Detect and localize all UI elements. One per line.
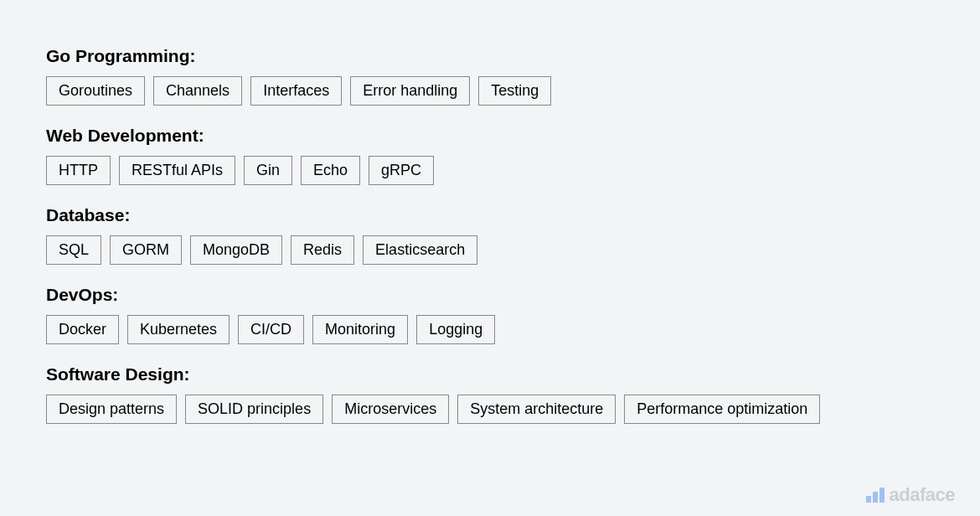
tags-container: SQLGORMMongoDBRedisElasticsearch: [46, 235, 934, 265]
skill-tag: Gin: [244, 156, 292, 185]
category: Database:SQLGORMMongoDBRedisElasticsearc…: [46, 205, 934, 265]
tags-container: HTTPRESTful APIsGinEchogRPC: [46, 156, 934, 185]
skill-tag: gRPC: [369, 156, 434, 185]
tags-container: GoroutinesChannelsInterfacesError handli…: [46, 76, 934, 106]
skill-tag: Testing: [478, 76, 551, 106]
skill-tag: CI/CD: [238, 315, 304, 344]
watermark-logo-icon: [866, 488, 885, 503]
skill-tag: Error handling: [350, 76, 470, 106]
skill-tag: SQL: [46, 235, 101, 265]
category-title: DevOps:: [46, 285, 934, 305]
skill-tag: Kubernetes: [127, 315, 230, 344]
watermark-text: adaface: [890, 484, 955, 506]
skill-tag: Interfaces: [250, 76, 342, 106]
tags-container: Design patternsSOLID principlesMicroserv…: [46, 395, 934, 424]
skill-tag: System architecture: [457, 395, 616, 424]
category: DevOps:DockerKubernetesCI/CDMonitoringLo…: [46, 285, 934, 344]
skill-tag: SOLID principles: [185, 395, 323, 424]
category: Web Development:HTTPRESTful APIsGinEchog…: [46, 126, 934, 185]
skill-tag: GORM: [110, 235, 182, 265]
skill-tag: Microservices: [332, 395, 449, 424]
category-title: Go Programming:: [46, 46, 934, 66]
skill-tag: Goroutines: [46, 76, 145, 106]
category-title: Database:: [46, 205, 934, 225]
category-title: Software Design:: [46, 364, 934, 384]
skill-tag: Monitoring: [312, 315, 408, 344]
category: Go Programming:GoroutinesChannelsInterfa…: [46, 46, 934, 106]
skill-tag: Channels: [153, 76, 242, 106]
skill-tag: Elasticsearch: [363, 235, 477, 265]
skill-tag: Performance optimization: [624, 395, 820, 424]
category-title: Web Development:: [46, 126, 934, 146]
skill-tag: MongoDB: [190, 235, 282, 265]
skill-tag: Redis: [291, 235, 354, 265]
tags-container: DockerKubernetesCI/CDMonitoringLogging: [46, 315, 934, 344]
skill-tag: HTTP: [46, 156, 111, 185]
skill-tag: Design patterns: [46, 395, 177, 424]
skill-tag: Docker: [46, 315, 119, 344]
category: Software Design:Design patternsSOLID pri…: [46, 364, 934, 424]
skill-tag: RESTful APIs: [119, 156, 235, 185]
skill-tag: Logging: [416, 315, 495, 344]
watermark: adaface: [866, 484, 955, 506]
skill-tag: Echo: [301, 156, 360, 185]
